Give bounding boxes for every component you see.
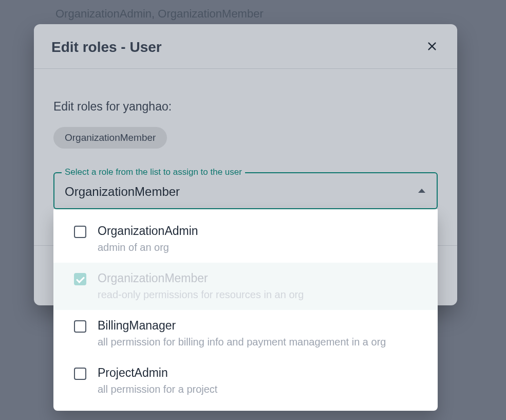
role-select-wrap: Select a role from the list to assign to…	[53, 172, 438, 209]
option-desc: all permission for a project	[98, 382, 425, 396]
option-text: OrganizationMember read-only permissions…	[98, 271, 425, 302]
checkbox-icon[interactable]	[74, 368, 86, 380]
role-option-organizationmember[interactable]: OrganizationMember read-only permissions…	[53, 263, 438, 310]
modal-body: Edit roles for yanghao: OrganizationMemb…	[34, 69, 457, 305]
role-option-organizationadmin[interactable]: OrganizationAdmin admin of an org	[53, 209, 438, 263]
caret-up-icon	[418, 189, 425, 193]
close-icon	[426, 41, 438, 52]
option-text: ProjectAdmin all permission for a projec…	[98, 366, 425, 396]
role-option-billingmanager[interactable]: BillingManager all permission for billin…	[53, 310, 438, 357]
option-desc: all permission for billing info and paym…	[98, 335, 425, 349]
role-select-legend: Select a role from the list to assign to…	[62, 167, 245, 177]
option-desc: read-only permissions for resources in a…	[98, 287, 425, 302]
current-role-chip[interactable]: OrganizationMember	[53, 127, 167, 149]
option-label: OrganizationMember	[98, 271, 425, 286]
option-label: BillingManager	[98, 318, 425, 334]
close-button[interactable]	[424, 39, 440, 56]
checkbox-icon[interactable]	[74, 320, 86, 333]
modal-title: Edit roles - User	[51, 39, 162, 56]
edit-roles-subtitle: Edit roles for yanghao:	[53, 100, 438, 114]
role-select[interactable]: Select a role from the list to assign to…	[53, 172, 438, 209]
option-text: BillingManager all permission for billin…	[98, 318, 425, 349]
edit-roles-modal: Edit roles - User Edit roles for yanghao…	[34, 24, 457, 305]
modal-overlay: Edit roles - User Edit roles for yanghao…	[0, 0, 506, 420]
role-option-projectadmin[interactable]: ProjectAdmin all permission for a projec…	[53, 357, 438, 411]
option-desc: admin of an org	[98, 240, 425, 254]
role-select-value: OrganizationMember	[65, 185, 426, 199]
modal-header: Edit roles - User	[34, 24, 457, 69]
role-dropdown: OrganizationAdmin admin of an org Organi…	[53, 209, 438, 411]
checkbox-icon[interactable]	[74, 226, 86, 238]
option-label: ProjectAdmin	[98, 366, 425, 381]
option-text: OrganizationAdmin admin of an org	[98, 224, 425, 254]
option-label: OrganizationAdmin	[98, 224, 425, 239]
checkbox-checked-icon[interactable]	[74, 273, 86, 285]
